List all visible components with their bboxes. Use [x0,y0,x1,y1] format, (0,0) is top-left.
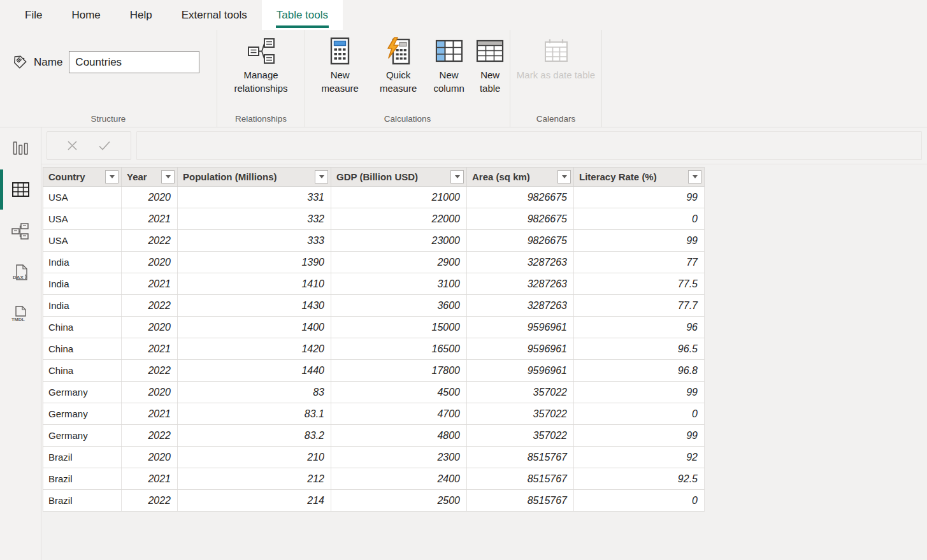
filter-dropdown-button[interactable] [315,170,328,183]
cancel-formula-button[interactable] [67,140,78,151]
column-header[interactable]: Year [122,168,178,187]
cell[interactable]: 212 [178,468,331,490]
cell[interactable]: 99 [574,187,705,208]
column-header[interactable]: Country [43,168,122,187]
cell[interactable]: 357022 [467,403,574,425]
column-header[interactable]: Literacy Rate (%) [574,168,705,187]
cell[interactable]: 0 [574,208,705,230]
cell[interactable]: 83.2 [178,425,331,447]
cell[interactable]: China [43,360,122,382]
cell[interactable]: 2020 [122,447,178,468]
report-view-button[interactable] [0,127,41,169]
table-name-input[interactable] [69,51,199,73]
cell[interactable]: 2021 [122,338,178,360]
cell[interactable]: 2022 [122,295,178,317]
cell[interactable]: USA [43,208,122,230]
cell[interactable]: 1400 [178,317,331,338]
data-view-button[interactable] [0,169,41,210]
filter-dropdown-button[interactable] [450,170,464,183]
filter-dropdown-button[interactable] [161,170,175,183]
cell[interactable]: 1410 [178,273,331,295]
cell[interactable]: 17800 [331,360,467,382]
cell[interactable]: 4700 [331,403,467,425]
cell[interactable]: 2021 [122,273,178,295]
quick-measure-button[interactable]: Quick measure [369,30,427,95]
cell[interactable]: 2500 [331,490,467,512]
formula-input[interactable] [136,131,922,160]
cell[interactable]: 210 [178,447,331,468]
filter-dropdown-button[interactable] [105,170,119,183]
mark-as-date-table-button[interactable]: Mark as date table [510,30,601,82]
cell[interactable]: China [43,338,122,360]
cell[interactable]: 9596961 [467,338,574,360]
cell[interactable]: 2021 [122,403,178,425]
cell[interactable]: 8515767 [467,490,574,512]
cell[interactable]: 0 [574,403,705,425]
cell[interactable]: 2021 [122,208,178,230]
cell[interactable]: 2022 [122,360,178,382]
cell[interactable]: 99 [574,382,705,403]
cell[interactable]: 99 [574,230,705,252]
cell[interactable]: 92 [574,447,705,468]
cell[interactable]: 83 [178,382,331,403]
cell[interactable]: 2020 [122,187,178,208]
cell[interactable]: 83.1 [178,403,331,425]
cell[interactable]: 96 [574,317,705,338]
commit-formula-button[interactable] [98,140,111,151]
cell[interactable]: 4800 [331,425,467,447]
cell[interactable]: 92.5 [574,468,705,490]
new-table-button[interactable]: New table [470,30,510,95]
cell[interactable]: 9596961 [467,317,574,338]
cell[interactable]: 0 [574,490,705,512]
cell[interactable]: 2900 [331,252,467,273]
cell[interactable]: 2021 [122,468,178,490]
cell[interactable]: 331 [178,187,331,208]
cell[interactable]: 96.8 [574,360,705,382]
column-header[interactable]: GDP (Billion USD) [331,168,467,187]
cell[interactable]: 1420 [178,338,331,360]
cell[interactable]: 21000 [331,187,467,208]
cell[interactable]: 3600 [331,295,467,317]
cell[interactable]: Brazil [43,447,122,468]
cell[interactable]: 3287263 [467,295,574,317]
cell[interactable]: 357022 [467,425,574,447]
cell[interactable]: 3287263 [467,252,574,273]
new-measure-button[interactable]: New measure [311,30,369,95]
cell[interactable]: 2020 [122,252,178,273]
cell[interactable]: 22000 [331,208,467,230]
cell[interactable]: 2022 [122,490,178,512]
model-view-button[interactable] [0,210,41,252]
cell[interactable]: 77.7 [574,295,705,317]
cell[interactable]: 2022 [122,230,178,252]
cell[interactable]: 4500 [331,382,467,403]
cell[interactable]: 15000 [331,317,467,338]
dax-query-view-button[interactable]: DAX [0,252,41,293]
column-header[interactable]: Area (sq km) [467,168,574,187]
cell[interactable]: China [43,317,122,338]
cell[interactable]: 9826675 [467,208,574,230]
cell[interactable]: 9826675 [467,187,574,208]
cell[interactable]: 9596961 [467,360,574,382]
cell[interactable]: 357022 [467,382,574,403]
cell[interactable]: 332 [178,208,331,230]
cell[interactable]: 8515767 [467,468,574,490]
cell[interactable]: 2020 [122,317,178,338]
cell[interactable]: 2300 [331,447,467,468]
cell[interactable]: 8515767 [467,447,574,468]
cell[interactable]: 77.5 [574,273,705,295]
cell[interactable]: 2020 [122,382,178,403]
cell[interactable]: 99 [574,425,705,447]
menu-help[interactable]: Help [115,0,167,30]
cell[interactable]: 2022 [122,425,178,447]
cell[interactable]: 96.5 [574,338,705,360]
cell[interactable]: 214 [178,490,331,512]
tab-table-tools[interactable]: Table tools [262,0,343,30]
cell[interactable]: 1390 [178,252,331,273]
menu-external-tools[interactable]: External tools [167,0,262,30]
cell[interactable]: 9826675 [467,230,574,252]
cell[interactable]: Brazil [43,490,122,512]
manage-relationships-button[interactable]: Manage relationships [217,30,305,95]
cell[interactable]: 2400 [331,468,467,490]
cell[interactable]: 1440 [178,360,331,382]
cell[interactable]: 77 [574,252,705,273]
